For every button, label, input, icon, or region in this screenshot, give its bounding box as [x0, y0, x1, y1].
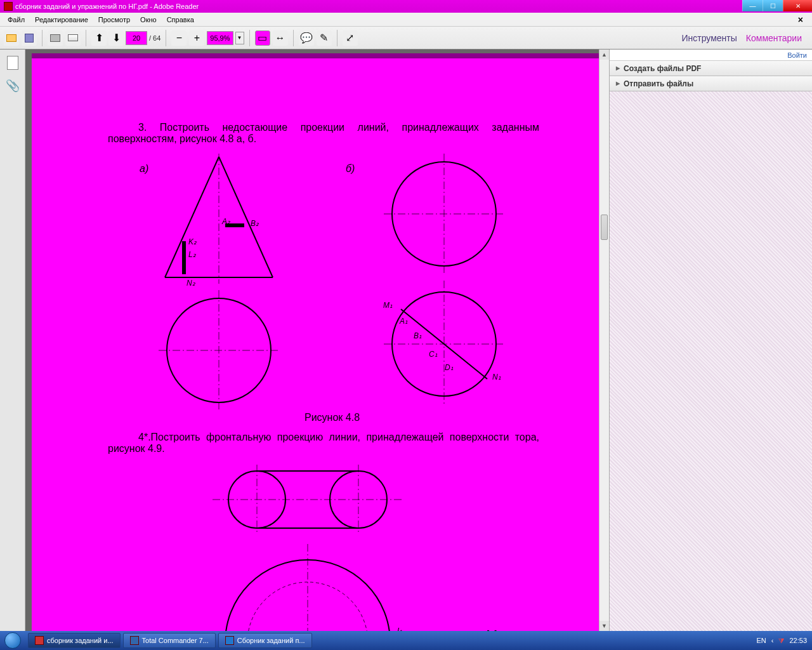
taskbar-item-1-label: сборник заданий и... [47, 637, 114, 644]
minimize-button[interactable]: — [742, 0, 763, 11]
panel-create-label: Создать файлы PDF [624, 64, 701, 73]
point-B1: B₁ [414, 331, 422, 340]
menu-close-doc[interactable]: × [793, 15, 808, 25]
scroll-thumb[interactable] [601, 215, 608, 240]
clock[interactable]: 22:53 [789, 637, 807, 644]
zoom-dropdown-button[interactable]: ▼ [235, 32, 244, 44]
comments-link[interactable]: Комментарии [746, 33, 802, 43]
svg-line-0 [165, 157, 219, 277]
page-total: 64 [153, 34, 160, 42]
word-icon [225, 636, 234, 645]
scroll-down-button[interactable]: ▼ [599, 621, 609, 631]
menubar: Файл Редактирование Просмотр Окно Справк… [0, 13, 812, 27]
page-up-button[interactable]: ⬆ [91, 30, 107, 46]
save-button[interactable] [22, 30, 37, 46]
menu-help[interactable]: Справка [162, 16, 199, 23]
page-sep: / [149, 34, 151, 42]
figure-a-circle [152, 287, 292, 414]
main-area: 📎 3. Построить недостающие проекции лини… [0, 50, 812, 631]
window-title: сборник заданий и упражнений по НГ.pdf -… [15, 3, 199, 10]
menu-file[interactable]: Файл [3, 16, 30, 23]
highlight-tool-button[interactable]: ✎ [317, 30, 332, 46]
print-button[interactable] [48, 30, 63, 46]
point-N2: N₂ [187, 279, 195, 288]
close-button[interactable]: ✕ [783, 0, 812, 11]
menu-view[interactable]: Просмотр [93, 16, 135, 23]
window-controls: — ☐ ✕ [742, 0, 812, 11]
nav-strip: 📎 [0, 50, 25, 631]
point-K2: K₂ [188, 237, 197, 246]
taskbar-item-1[interactable]: сборник заданий и... [28, 633, 121, 648]
language-indicator[interactable]: EN [757, 637, 766, 644]
document-area[interactable]: 3. Построить недостающие проекции линий,… [25, 50, 609, 631]
start-orb-icon [4, 632, 21, 649]
paragraph-3: 3. Построить недостающие проекции линий,… [108, 122, 539, 145]
fit-width-button[interactable]: ↔ [273, 30, 288, 46]
taskbar-item-3-label: Сборник заданий п... [237, 637, 305, 644]
titlebar: сборник заданий и упражнений по НГ.pdf -… [0, 0, 812, 13]
tray-kaspersky-icon[interactable]: ⧩ [778, 637, 784, 645]
attachments-icon[interactable]: 📎 [6, 79, 20, 93]
pdf-icon [35, 636, 44, 645]
tray-chevron-icon[interactable]: ‹ [771, 637, 774, 644]
maximize-button[interactable]: ☐ [763, 0, 783, 11]
zoom-in-button[interactable]: + [189, 30, 204, 46]
taskbar-item-2[interactable]: Total Commander 7... [123, 633, 216, 648]
taskbar-item-2-label: Total Commander 7... [142, 637, 209, 644]
zoom-value: 95,9% [210, 34, 230, 42]
point-L2: L₂ [188, 250, 196, 259]
figure-b-bottom-circle [374, 277, 520, 411]
document-scrollbar[interactable]: ▲ ▼ [599, 50, 609, 631]
menu-window[interactable]: Окно [135, 16, 162, 23]
scroll-up-button[interactable]: ▲ [599, 50, 609, 60]
system-tray: EN ‹ ⧩ 22:53 [757, 637, 812, 645]
label-l1: l₁ [397, 626, 402, 631]
point-A1: A₁ [400, 317, 408, 326]
page-down-button[interactable]: ⬇ [108, 30, 124, 46]
figure-b-top-circle [374, 150, 514, 277]
zoom-combo[interactable]: 95,9% [207, 31, 233, 45]
taskbar-item-3[interactable]: Сборник заданий п... [218, 633, 312, 648]
thumbnails-icon[interactable] [7, 56, 18, 70]
tc-icon [130, 636, 139, 645]
point-A2: A₂ [222, 217, 230, 226]
email-button[interactable] [65, 30, 81, 46]
panel-create-pdf[interactable]: Создать файлы PDF [610, 61, 812, 76]
point-B2: B₂ [251, 219, 259, 228]
label-b: б) [346, 163, 355, 175]
label-a: а) [140, 163, 148, 175]
start-button[interactable] [0, 631, 25, 650]
panel-send-label: Отправить файлы [624, 79, 693, 88]
figure-torus-front [200, 541, 416, 631]
paragraph-4: 4*.Построить фронтальную проекцию линии,… [108, 432, 539, 454]
point-C1: C₁ [429, 350, 438, 359]
point-D1: D₁ [445, 363, 454, 372]
figure-torus-top [213, 461, 403, 538]
zoom-out-button[interactable]: − [171, 30, 187, 46]
panel-login-row: Войти [610, 50, 812, 61]
tools-link[interactable]: Инструменты [682, 33, 737, 43]
open-button[interactable] [4, 30, 19, 46]
figure-caption: Рисунок 4.8 [304, 412, 360, 423]
panel-send-files[interactable]: Отправить файлы [610, 76, 812, 91]
right-panel: Войти Создать файлы PDF Отправить файлы [609, 50, 812, 631]
app-icon [4, 2, 13, 11]
fit-page-button[interactable]: ▭ [255, 30, 270, 46]
point-M1: M₁ [383, 301, 393, 310]
login-link[interactable]: Войти [787, 51, 807, 59]
read-mode-button[interactable]: ⤢ [343, 30, 358, 46]
svg-rect-5 [182, 241, 186, 274]
menu-edit[interactable]: Редактирование [30, 16, 93, 23]
taskbar: сборник заданий и... Total Commander 7..… [0, 631, 812, 650]
document-page: 3. Построить недостающие проекции линий,… [32, 53, 603, 631]
page-number-input[interactable] [126, 31, 147, 45]
toolbar: ⬆ ⬇ / 64 − + 95,9% ▼ ▭ ↔ 💬 ✎ ⤢ Инструмен… [0, 27, 812, 50]
comment-tool-button[interactable]: 💬 [299, 30, 314, 46]
point-N1: N₁ [492, 373, 501, 381]
